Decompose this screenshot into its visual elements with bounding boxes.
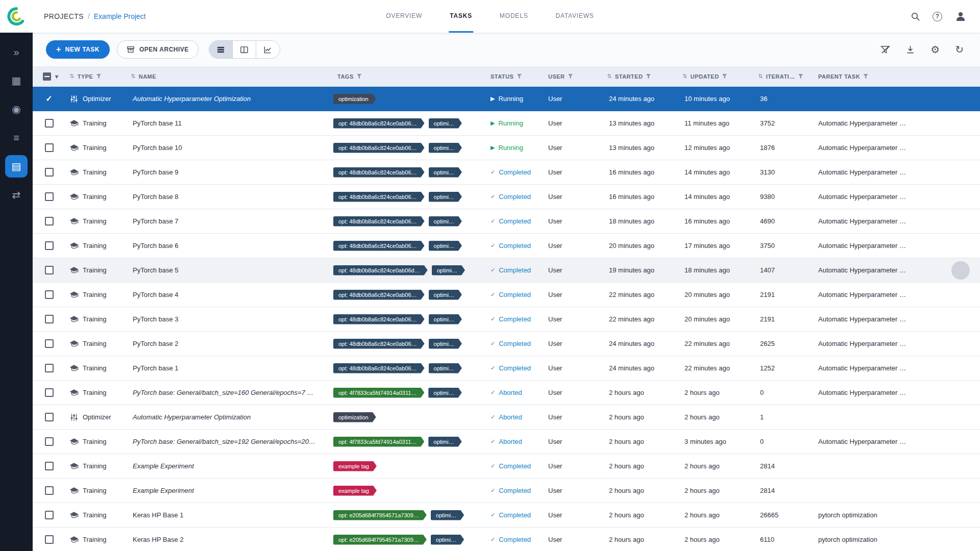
row-checkbox[interactable] (45, 339, 54, 348)
tag-badge[interactable]: opt: 4f7833ca5fd74914a0311… (333, 388, 424, 398)
tag-badge[interactable]: optimi… (429, 118, 462, 129)
sort-icon[interactable]: ⇅ (131, 73, 136, 80)
row-select-cell[interactable] (33, 315, 65, 323)
task-row[interactable]: TrainingPyTorch base: General/batch_size… (33, 381, 980, 405)
task-row[interactable]: TrainingPyTorch base 5opt: 48db0b8a6c824… (33, 258, 980, 283)
task-row[interactable]: TrainingPyTorch base 10opt: 48db0b8a6c82… (33, 136, 980, 160)
row-select-cell[interactable] (33, 217, 65, 226)
filter-icon[interactable] (568, 74, 573, 79)
tag-badge[interactable]: example tag (333, 461, 377, 471)
filter-icon[interactable] (798, 74, 803, 79)
row-select-cell[interactable] (33, 437, 65, 446)
row-select-cell[interactable] (33, 511, 65, 519)
filter-icon[interactable] (357, 74, 362, 79)
tag-badge[interactable]: opt: 48db0b8a6c824ce0ab06… (333, 290, 425, 300)
tag-badge[interactable]: opt: 48db0b8a6c824ce0ab06… (333, 339, 425, 349)
task-name[interactable]: Example Experiment (127, 487, 333, 494)
row-checkbox[interactable] (45, 143, 54, 152)
row-checkbox[interactable] (45, 315, 54, 323)
row-select-cell[interactable] (33, 290, 65, 299)
row-checkbox[interactable] (45, 364, 54, 372)
task-row[interactable]: TrainingPyTorch base 3opt: 48db0b8a6c824… (33, 307, 980, 332)
task-name[interactable]: PyTorch base 6 (127, 242, 333, 249)
filter-icon[interactable] (517, 74, 522, 79)
select-all-checkbox[interactable] (43, 72, 51, 81)
tab-tasks[interactable]: TASKS (449, 0, 473, 33)
task-name[interactable]: PyTorch base 1 (127, 364, 333, 372)
column-header-parent[interactable]: PARENT TASK (814, 73, 980, 80)
tag-badge[interactable]: opt: 48db0b8a6c824ce0ab06… (333, 143, 425, 153)
tag-badge[interactable]: optimization (333, 412, 376, 422)
chart-view-toggle[interactable] (256, 41, 280, 58)
split-view-toggle[interactable] (233, 41, 256, 58)
row-checkbox[interactable] (45, 119, 54, 128)
column-header-user[interactable]: USER (544, 73, 603, 80)
tag-badge[interactable]: opt: 48db0b8a6c824ce0ab06… (333, 192, 425, 202)
task-row[interactable]: TrainingKeras HP Base 2opt: e205d684f795… (33, 528, 980, 551)
task-name[interactable]: PyTorch base: General/batch_size=160 Gen… (127, 389, 333, 396)
row-checkbox[interactable] (45, 462, 54, 470)
task-name[interactable]: PyTorch base 9 (127, 168, 333, 176)
filter-icon[interactable] (863, 74, 868, 79)
task-name[interactable]: PyTorch base 11 (127, 119, 333, 127)
task-name[interactable]: Automatic Hyperparameter Optimization (127, 413, 333, 421)
task-name[interactable]: PyTorch base: General/batch_size=192 Gen… (127, 438, 333, 445)
task-row[interactable]: TrainingPyTorch base 2opt: 48db0b8a6c824… (33, 332, 980, 356)
column-header-tags[interactable]: TAGS (333, 73, 486, 80)
row-select-cell[interactable] (33, 192, 65, 201)
row-select-cell[interactable] (33, 535, 65, 544)
sort-icon[interactable]: ⇅ (607, 73, 612, 80)
sort-icon[interactable]: ⇅ (682, 73, 688, 80)
tag-badge[interactable]: opt: e205d684f7954571a7309… (333, 510, 427, 520)
task-row[interactable]: TrainingExample Experimentexample tag✓Co… (33, 479, 980, 503)
tag-badge[interactable]: optimi… (429, 314, 462, 324)
task-row[interactable]: TrainingPyTorch base 11opt: 48db0b8a6c82… (33, 111, 980, 136)
tab-models[interactable]: MODELS (499, 0, 529, 33)
sidebar-item-datasets[interactable]: ≡ (5, 127, 28, 149)
task-row[interactable]: TrainingPyTorch base 6opt: 48db0b8a6c824… (33, 234, 980, 258)
row-checkbox[interactable] (45, 486, 54, 495)
row-select-cell[interactable] (33, 266, 65, 274)
tab-overview[interactable]: OVERVIEW (385, 0, 423, 33)
sidebar-item-expand[interactable]: » (5, 41, 28, 63)
row-checkbox[interactable] (45, 535, 54, 544)
tag-badge[interactable]: optimi… (429, 192, 462, 202)
row-select-cell[interactable] (33, 388, 65, 397)
open-archive-button[interactable]: OPEN ARCHIVE (117, 40, 199, 59)
tag-badge[interactable]: opt: 48db0b8a6c824ce0ab06d… (333, 265, 428, 276)
row-checkbox[interactable] (45, 437, 54, 446)
column-header-type[interactable]: ⇅TYPE (65, 73, 127, 80)
task-row[interactable]: TrainingPyTorch base 7opt: 48db0b8a6c824… (33, 209, 980, 234)
tag-badge[interactable]: opt: 48db0b8a6c824ce0ab06… (333, 118, 425, 129)
task-name[interactable]: Keras HP Base 1 (127, 511, 333, 519)
download-icon[interactable] (905, 45, 915, 55)
filter-icon[interactable] (722, 74, 727, 79)
tag-badge[interactable]: opt: e205d684f7954571a7309… (333, 535, 427, 545)
breadcrumb-projects[interactable]: PROJECTS (44, 12, 84, 20)
task-name[interactable]: PyTorch base 4 (127, 291, 333, 298)
task-name[interactable]: Automatic Hyperparameter Optimization (127, 95, 333, 103)
task-row[interactable]: TrainingPyTorch base 1opt: 48db0b8a6c824… (33, 356, 980, 381)
tag-badge[interactable]: opt: 48db0b8a6c824ce0ab06… (333, 314, 425, 324)
auto-refresh-icon[interactable]: ↻ (955, 44, 964, 55)
task-row[interactable]: TrainingPyTorch base: General/batch_size… (33, 430, 980, 454)
row-checkbox[interactable] (45, 290, 54, 299)
row-checkbox[interactable] (45, 511, 54, 519)
task-row[interactable]: ✓OptimizerAutomatic Hyperparameter Optim… (33, 87, 980, 111)
task-row[interactable]: TrainingPyTorch base 9opt: 48db0b8a6c824… (33, 160, 980, 185)
select-all-cell[interactable]: ▾ (33, 72, 65, 81)
sidebar-item-projects[interactable]: ▦ (5, 69, 28, 92)
sidebar-item-pipelines[interactable]: ⇄ (5, 184, 28, 206)
task-row[interactable]: OptimizerAutomatic Hyperparameter Optimi… (33, 405, 980, 430)
tag-badge[interactable]: optimization (333, 94, 376, 104)
row-select-cell[interactable] (33, 486, 65, 495)
filter-icon[interactable] (646, 74, 651, 79)
task-row[interactable]: TrainingPyTorch base 8opt: 48db0b8a6c824… (33, 185, 980, 209)
tag-badge[interactable]: optimi… (431, 510, 464, 520)
task-name[interactable]: Example Experiment (127, 462, 333, 470)
task-name[interactable]: Keras HP Base 2 (127, 536, 333, 543)
tag-badge[interactable]: optimi… (432, 265, 465, 276)
tag-badge[interactable]: optimi… (428, 437, 461, 447)
column-header-status[interactable]: STATUS (486, 73, 544, 80)
user-avatar[interactable] (954, 10, 967, 22)
